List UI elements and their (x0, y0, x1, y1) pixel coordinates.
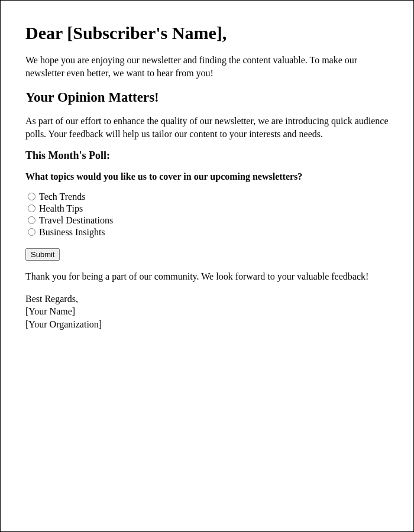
signoff-line: [Your Name] (25, 305, 389, 318)
poll-radio[interactable] (28, 228, 35, 236)
greeting-heading: Dear [Subscriber's Name], (25, 23, 389, 43)
poll-options: Tech Trends Health Tips Travel Destinati… (25, 192, 389, 238)
poll-option-label: Tech Trends (39, 192, 85, 202)
signoff-block: Best Regards, [Your Name] [Your Organiza… (25, 293, 389, 331)
document-page: Dear [Subscriber's Name], We hope you ar… (0, 0, 414, 532)
poll-option[interactable]: Health Tips (25, 203, 389, 214)
poll-heading: This Month's Poll: (25, 150, 389, 162)
poll-option[interactable]: Business Insights (25, 227, 389, 238)
poll-option-label: Health Tips (39, 203, 83, 214)
poll-option[interactable]: Tech Trends (25, 192, 389, 202)
poll-option[interactable]: Travel Destinations (25, 215, 389, 226)
poll-radio[interactable] (28, 205, 35, 212)
intro-paragraph: We hope you are enjoying our newsletter … (25, 54, 389, 79)
section-heading: Your Opinion Matters! (25, 90, 389, 105)
section-body: As part of our effort to enhance the qua… (25, 115, 389, 140)
poll-question: What topics would you like us to cover i… (25, 170, 389, 183)
poll-radio[interactable] (28, 216, 35, 224)
poll-radio[interactable] (28, 193, 35, 200)
thanks-paragraph: Thank you for being a part of our commun… (25, 270, 389, 283)
signoff-line: [Your Organization] (25, 318, 389, 331)
poll-option-label: Travel Destinations (39, 215, 113, 226)
signoff-line: Best Regards, (25, 293, 389, 306)
submit-button[interactable]: Submit (25, 248, 60, 261)
poll-option-label: Business Insights (39, 227, 105, 238)
